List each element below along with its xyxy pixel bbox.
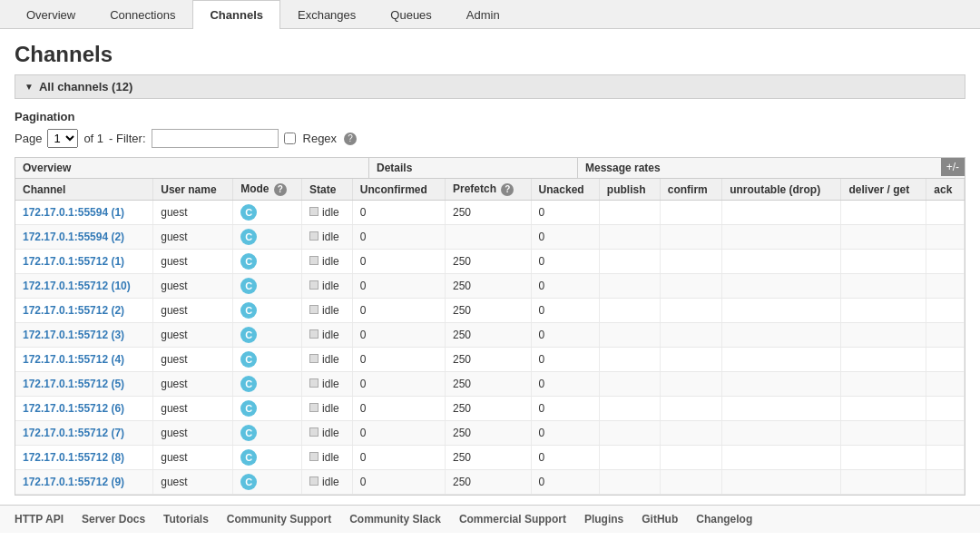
cell-prefetch: 250 — [445, 274, 531, 299]
col-channel: Channel — [15, 179, 153, 201]
cell-state: idle — [302, 274, 353, 299]
cell-unconfirmed: 0 — [352, 201, 445, 225]
channel-link[interactable]: 172.17.0.1:55712 (1) — [23, 255, 124, 268]
cell-mode: C — [233, 250, 302, 274]
nav-item-overview[interactable]: Overview — [9, 0, 93, 29]
nav-item-exchanges[interactable]: Exchanges — [280, 0, 373, 29]
nav-item-channels[interactable]: Channels — [192, 0, 280, 29]
state-indicator — [309, 403, 318, 412]
channel-link[interactable]: 172.17.0.1:55712 (10) — [23, 280, 131, 292]
mode-help-icon[interactable]: ? — [274, 183, 287, 196]
nav-item-admin[interactable]: Admin — [449, 0, 517, 29]
cell-prefetch — [445, 225, 531, 250]
footer-link-plugins[interactable]: Plugins — [584, 513, 623, 526]
cell-publish — [599, 397, 660, 421]
cell-username: guest — [153, 397, 233, 421]
cell-prefetch: 250 — [445, 421, 531, 446]
cell-publish — [599, 299, 660, 323]
channel-link[interactable]: 172.17.0.1:55712 (4) — [23, 353, 124, 366]
regex-help-icon[interactable]: ? — [344, 133, 357, 145]
pagination-section: Pagination Page 1 of 1 - Filter: Regex ? — [15, 110, 965, 148]
footer-link-commercial-support[interactable]: Commercial Support — [459, 513, 566, 526]
cell-deliver-get — [841, 250, 926, 274]
cell-confirm — [660, 274, 721, 299]
channel-link[interactable]: 172.17.0.1:55712 (9) — [23, 476, 124, 488]
table-group-headers: Overview Details Message rates — [15, 158, 965, 179]
cell-unconfirmed: 0 — [352, 470, 445, 495]
msgrates-group-header: Message rates — [578, 158, 965, 179]
table-header-row: Channel User name Mode ? State Unconfirm… — [15, 179, 965, 201]
cell-confirm — [660, 299, 721, 323]
cell-mode: C — [233, 397, 302, 421]
state-indicator — [309, 256, 318, 265]
channel-link[interactable]: 172.17.0.1:55712 (3) — [23, 329, 124, 341]
cell-confirm — [660, 397, 721, 421]
nav-item-connections[interactable]: Connections — [93, 0, 192, 29]
cell-state: idle — [302, 323, 353, 348]
mode-badge: C — [240, 253, 257, 270]
nav-item-queues[interactable]: Queues — [373, 0, 449, 29]
cell-ack — [926, 323, 965, 348]
filter-input[interactable] — [152, 129, 279, 148]
cell-unroutable — [722, 201, 841, 225]
footer-link-github[interactable]: GitHub — [642, 513, 678, 526]
channels-table-section: +/- Overview Details Message rates Chann… — [15, 157, 965, 496]
cell-mode: C — [233, 323, 302, 348]
mode-badge: C — [240, 204, 257, 221]
footer-link-http-api[interactable]: HTTP API — [15, 513, 64, 526]
cell-unacked: 0 — [531, 299, 599, 323]
cell-publish — [599, 323, 660, 348]
col-confirm: confirm — [660, 179, 721, 201]
footer-link-community-support[interactable]: Community Support — [227, 513, 331, 526]
state-indicator — [309, 329, 318, 339]
table-row: 172.17.0.1:55712 (3)guestCidle02500 — [15, 323, 965, 348]
cell-deliver-get — [841, 470, 926, 495]
cell-mode: C — [233, 299, 302, 323]
channel-link[interactable]: 172.17.0.1:55712 (2) — [23, 304, 124, 317]
mode-badge: C — [240, 351, 257, 368]
channels-table: Channel User name Mode ? State Unconfirm… — [15, 179, 965, 495]
state-indicator — [309, 231, 318, 241]
footer-link-tutorials[interactable]: Tutorials — [163, 513, 209, 526]
cell-confirm — [660, 323, 721, 348]
footer-link-changelog[interactable]: Changelog — [696, 513, 752, 526]
cell-unconfirmed: 0 — [352, 299, 445, 323]
channel-link[interactable]: 172.17.0.1:55712 (8) — [23, 451, 124, 464]
cell-state: idle — [302, 470, 353, 495]
col-prefetch: Prefetch ? — [445, 179, 531, 201]
mode-badge: C — [240, 474, 257, 490]
channel-link[interactable]: 172.17.0.1:55712 (7) — [23, 427, 124, 439]
col-state: State — [302, 179, 353, 201]
state-indicator — [309, 354, 318, 363]
channel-link[interactable]: 172.17.0.1:55712 (6) — [23, 402, 124, 415]
cell-mode: C — [233, 348, 302, 372]
cell-state: idle — [302, 372, 353, 397]
channel-link[interactable]: 172.17.0.1:55594 (1) — [23, 206, 124, 219]
plus-minus-button[interactable]: +/- — [941, 158, 965, 176]
cell-state: idle — [302, 250, 353, 274]
channel-link[interactable]: 172.17.0.1:55712 (5) — [23, 378, 124, 390]
cell-ack — [926, 274, 965, 299]
cell-state: idle — [302, 446, 353, 470]
footer-link-community-slack[interactable]: Community Slack — [349, 513, 441, 526]
table-row: 172.17.0.1:55712 (10)guestCidle02500 — [15, 274, 965, 299]
channel-link[interactable]: 172.17.0.1:55594 (2) — [23, 231, 124, 243]
cell-unconfirmed: 0 — [352, 250, 445, 274]
details-group-header: Details — [369, 158, 578, 179]
cell-publish — [599, 201, 660, 225]
cell-deliver-get — [841, 397, 926, 421]
cell-publish — [599, 250, 660, 274]
regex-checkbox[interactable] — [284, 133, 296, 144]
footer-link-server-docs[interactable]: Server Docs — [82, 513, 145, 526]
page-select[interactable]: 1 — [47, 129, 78, 148]
cell-unroutable — [722, 470, 841, 495]
state-indicator — [309, 280, 318, 290]
cell-username: guest — [153, 274, 233, 299]
cell-unacked: 0 — [531, 421, 599, 446]
prefetch-help-icon[interactable]: ? — [501, 183, 514, 196]
cell-unroutable — [722, 274, 841, 299]
cell-deliver-get — [841, 421, 926, 446]
cell-username: guest — [153, 225, 233, 250]
cell-state: idle — [302, 348, 353, 372]
cell-state: idle — [302, 299, 353, 323]
